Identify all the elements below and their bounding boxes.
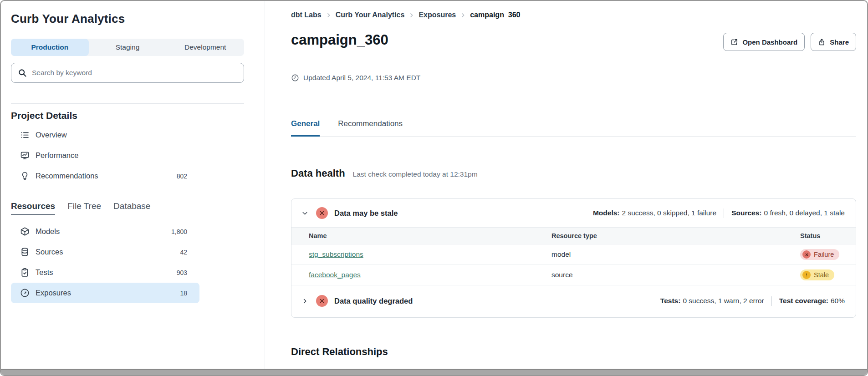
table-row: facebook_pages source Stale — [291, 265, 856, 285]
test-coverage-stat: Test coverage:60% — [779, 297, 845, 305]
resource-type-cell: source — [534, 265, 783, 285]
sources-count: 42 — [180, 249, 187, 256]
external-link-icon — [730, 38, 738, 46]
resource-link[interactable]: facebook_pages — [309, 271, 361, 279]
chevron-right-icon — [408, 12, 414, 18]
sidebar: Curb Your Analytics Production Staging D… — [1, 1, 265, 375]
resource-type-cell: model — [534, 244, 783, 265]
data-health-subtext: Last check completed today at 12:31pm — [353, 170, 478, 178]
stale-group-header: Data may be stale Models:2 success, 0 sk… — [291, 199, 856, 227]
col-header-status: Status — [783, 228, 856, 244]
stat-divider — [724, 208, 724, 218]
tests-stat: Tests:0 success, 1 warn, 2 error — [660, 297, 764, 305]
exposures-count: 18 — [180, 290, 187, 297]
sidebar-item-performance[interactable]: Performance — [11, 145, 199, 166]
error-x-circle-icon — [316, 207, 328, 219]
stale-group-stats: Models:2 success, 0 skipped, 1 failure S… — [593, 208, 845, 218]
project-title: Curb Your Analytics — [11, 12, 244, 26]
share-icon — [818, 38, 826, 46]
breadcrumb-item-exposures[interactable]: Exposures — [419, 11, 456, 19]
page-header: campaign_360 Open Dashboard — [291, 32, 856, 51]
share-button[interactable]: Share — [811, 33, 856, 51]
direct-relationships-heading: Direct Relationships — [291, 346, 856, 358]
open-dashboard-button[interactable]: Open Dashboard — [723, 33, 805, 51]
table-row: stg_subscriptions model Failure — [291, 244, 856, 265]
exclamation-circle-icon — [802, 271, 811, 279]
sidebar-item-recommendations[interactable]: Recommendations 802 — [11, 166, 199, 186]
sidebar-item-sources[interactable]: Sources 42 — [11, 242, 199, 262]
status-badge-failure: Failure — [800, 249, 839, 260]
share-label: Share — [830, 38, 849, 46]
col-header-name: Name — [291, 228, 534, 244]
sidebar-item-label: Tests — [36, 268, 53, 277]
chevron-down-icon[interactable] — [300, 208, 310, 218]
env-tab-development[interactable]: Development — [166, 39, 244, 56]
updated-text: Updated April 5, 2024, 11:53 AM EDT — [303, 74, 420, 82]
tab-resources[interactable]: Resources — [11, 201, 55, 215]
app-window: Curb Your Analytics Production Staging D… — [0, 0, 868, 376]
clock-icon — [291, 74, 299, 82]
env-tab-staging[interactable]: Staging — [89, 39, 167, 56]
sidebar-divider — [11, 103, 244, 104]
models-stat: Models:2 success, 0 skipped, 1 failure — [593, 209, 716, 217]
tab-recommendations[interactable]: Recommendations — [338, 119, 403, 137]
quality-group-title: Data quality degraded — [334, 297, 413, 305]
breadcrumb: dbt Labs Curb Your Analytics Exposures c… — [291, 11, 856, 19]
status-label: Failure — [814, 251, 834, 258]
quality-group-header: Data quality degraded Tests:0 success, 1… — [291, 285, 856, 317]
open-dashboard-label: Open Dashboard — [742, 38, 797, 46]
database-icon — [20, 247, 30, 257]
environment-tabs: Production Staging Development — [11, 39, 244, 56]
chevron-right-icon — [460, 12, 466, 18]
main-content: dbt Labs Curb Your Analytics Exposures c… — [265, 1, 867, 375]
stale-group-title: Data may be stale — [334, 209, 398, 218]
sidebar-item-label: Models — [36, 227, 60, 236]
tab-file-tree[interactable]: File Tree — [67, 201, 101, 215]
data-health-heading: Data health — [291, 168, 345, 179]
sidebar-item-label: Recommendations — [36, 172, 98, 180]
updated-timestamp: Updated April 5, 2024, 11:53 AM EDT — [291, 74, 856, 82]
sidebar-item-models[interactable]: Models 1,800 — [11, 221, 199, 242]
col-header-resource-type: Resource type — [534, 228, 783, 244]
cube-icon — [20, 227, 30, 236]
lightbulb-icon — [20, 171, 30, 181]
models-count: 1,800 — [171, 228, 187, 235]
recommendations-count: 802 — [177, 173, 187, 180]
window-bottom-edge — [1, 369, 867, 375]
sidebar-item-label: Overview — [36, 131, 67, 139]
gauge-icon — [20, 288, 30, 298]
stat-divider — [771, 296, 772, 306]
sidebar-item-exposures[interactable]: Exposures 18 — [11, 283, 199, 303]
tests-count: 903 — [177, 269, 187, 276]
data-health-header: Data health Last check completed today a… — [291, 168, 856, 179]
resource-view-tabs: Resources File Tree Database — [11, 201, 244, 215]
breadcrumb-item-current: campaign_360 — [470, 11, 520, 19]
table-header-row: Name Resource type Status — [291, 228, 856, 244]
sidebar-item-overview[interactable]: Overview — [11, 125, 199, 145]
tab-database[interactable]: Database — [113, 201, 150, 215]
search-input[interactable] — [32, 69, 237, 77]
chevron-right-icon[interactable] — [300, 296, 310, 306]
sidebar-item-label: Exposures — [36, 289, 71, 297]
chevron-right-icon — [326, 12, 332, 18]
sidebar-item-label: Performance — [36, 151, 78, 160]
monitor-chart-icon — [20, 151, 30, 160]
status-label: Stale — [814, 271, 829, 279]
page-title: campaign_360 — [291, 32, 388, 48]
status-badge-stale: Stale — [800, 269, 834, 280]
quality-group-stats: Tests:0 success, 1 warn, 2 error Test co… — [660, 296, 845, 306]
breadcrumb-item-project[interactable]: Curb Your Analytics — [336, 11, 405, 19]
search-icon — [18, 68, 27, 77]
sources-stat: Sources:0 fresh, 0 delayed, 1 stale — [731, 209, 845, 217]
env-tab-production[interactable]: Production — [11, 39, 89, 56]
project-details-heading: Project Details — [11, 110, 244, 121]
search-box[interactable] — [11, 63, 244, 83]
tab-general[interactable]: General — [291, 119, 320, 137]
header-buttons: Open Dashboard Share — [723, 33, 856, 51]
breadcrumb-item-dbt-labs[interactable]: dbt Labs — [291, 11, 322, 19]
error-x-circle-icon — [316, 295, 328, 307]
health-table: Name Resource type Status stg_subscripti… — [291, 227, 856, 285]
resource-link[interactable]: stg_subscriptions — [309, 250, 363, 258]
x-circle-icon — [802, 250, 811, 259]
sidebar-item-tests[interactable]: Tests 903 — [11, 262, 199, 283]
